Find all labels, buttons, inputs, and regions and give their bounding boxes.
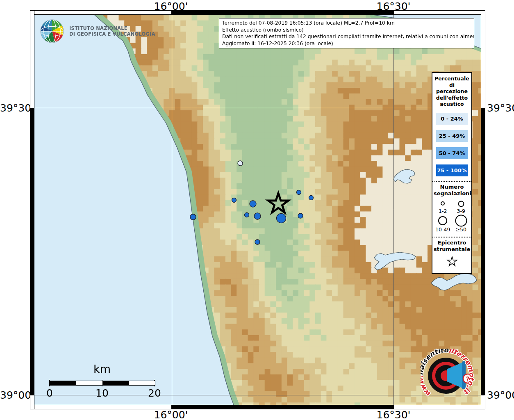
- epicenter-star-icon: [268, 193, 288, 212]
- ingv-name: ISTITUTO NAZIONALE DI GEOFISICA E VULCAN…: [69, 25, 155, 37]
- map-border-left: [30, 10, 34, 409]
- legend-class-swatch-1: 0 - 24%: [436, 113, 468, 125]
- lat-label-right-1: 39°30': [487, 102, 514, 114]
- map-border-bottom: [30, 405, 485, 409]
- felt-report-dot: [254, 213, 261, 219]
- legend-class-swatch-3: 50 - 74%: [436, 147, 468, 159]
- felt-report-dot: [309, 196, 314, 200]
- map-border-right: [481, 10, 485, 409]
- ingv-name-line-2: DI GEOFISICA E VULCANOLOGIA: [69, 31, 155, 37]
- felt-report-dot-low: [238, 161, 243, 166]
- legend-star-wrap: [434, 255, 470, 269]
- ingv-globe-icon: [39, 18, 65, 44]
- event-info-line-1: Terremoto del 07-08-2019 16:05:13 (ora l…: [222, 20, 471, 27]
- legend-classes: 0 - 24% 25 - 49% 50 - 74% 75 - 100%: [434, 113, 470, 176]
- ingv-name-line-1: ISTITUTO NAZIONALE: [69, 25, 155, 32]
- legend-count-label-4: ≥50: [456, 227, 466, 232]
- legend-count-3-9: 3-9: [452, 198, 471, 214]
- event-info-line-4: Aggiornato il: 16-12-2025 20:36 (ora loc…: [222, 40, 471, 47]
- legend-class-label-3: 50 - 74%: [439, 150, 465, 156]
- lon-label-bottom-1: 16°00': [146, 409, 196, 420]
- event-info-line-3: Dati non verificati estratti da 142 ques…: [222, 33, 471, 40]
- scale-label-0: 0: [37, 387, 62, 399]
- legend-count-10-49: 10-49: [434, 214, 452, 232]
- ingv-brand: ISTITUTO NAZIONALE DI GEOFISICA E VULCAN…: [39, 18, 155, 44]
- legend: Percentuale di percezione dell'effetto a…: [432, 72, 472, 274]
- legend-epicenter-title: Epicentro strumentale: [434, 240, 470, 253]
- seismic-intensity-map: 16°00' 16°30' 16°00' 16°30' 39°30' 39°00…: [0, 0, 514, 420]
- lat-label-left-2: 39°00': [0, 389, 28, 401]
- felt-report-dot: [245, 213, 249, 217]
- scale-bar-unit: km: [45, 363, 159, 375]
- lat-label-right-2: 39°00': [487, 389, 514, 401]
- felt-report-dot: [232, 198, 237, 203]
- scale-label-10: 10: [90, 387, 114, 399]
- legend-count-1-2: 1-2: [434, 198, 452, 214]
- legend-class-label-2: 25 - 49%: [439, 133, 465, 139]
- felt-report-dot: [297, 190, 301, 195]
- felt-report-dot: [250, 201, 256, 207]
- legend-star-icon: [446, 255, 458, 267]
- legend-counts-title: Numero segnalazioni: [434, 184, 470, 197]
- scale-bar: km 0 10 20: [45, 363, 160, 404]
- count-circle-icon-1: [436, 198, 450, 208]
- map-border-top: [30, 10, 485, 15]
- legend-count-50plus: ≥50: [452, 214, 471, 232]
- legend-class-label-4: 75 - 100%: [437, 167, 467, 173]
- scale-bar-segments: [50, 381, 155, 386]
- scale-label-20: 20: [142, 387, 167, 399]
- felt-report-dot: [255, 240, 260, 244]
- watermark-logo: ? www.haisentitoilterremoto.it: [421, 349, 478, 408]
- legend-class-swatch-4: 75 - 100%: [436, 164, 468, 176]
- felt-report-dot: [277, 214, 286, 223]
- legend-divider-2: [432, 237, 471, 237]
- legend-count-label-2: 3-9: [457, 208, 465, 214]
- lat-label-left-1: 39°30': [0, 102, 28, 114]
- legend-count-label-1: 1-2: [439, 208, 447, 214]
- legend-counts: 1-2 3-9 10-49 ≥50: [434, 198, 470, 232]
- lon-label-bottom-2: 16°30': [369, 409, 418, 420]
- felt-report-dot: [298, 213, 303, 218]
- count-circle-icon-4: [453, 214, 469, 227]
- legend-class-swatch-2: 25 - 49%: [436, 130, 468, 142]
- legend-count-label-3: 10-49: [435, 227, 450, 232]
- map-area: [34, 15, 481, 405]
- legend-class-label-1: 0 - 24%: [441, 116, 463, 122]
- felt-report-dot: [190, 214, 196, 220]
- legend-title: Percentuale di percezione dell'effetto a…: [434, 73, 470, 107]
- event-info-line-2: Effetto acustico (rombo sismico): [222, 27, 471, 34]
- legend-divider-1: [432, 181, 471, 182]
- event-info-box: Terremoto del 07-08-2019 16:05:13 (ora l…: [219, 18, 474, 48]
- count-circle-icon-2: [454, 198, 468, 208]
- observations-layer: [34, 15, 481, 405]
- count-circle-icon-3: [435, 214, 450, 227]
